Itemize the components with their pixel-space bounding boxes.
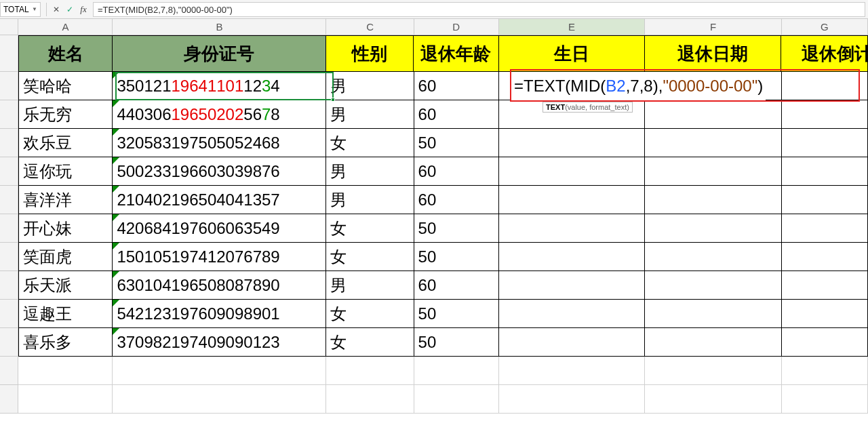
empty-cell[interactable] [645,385,782,414]
col-header-B[interactable]: B [113,19,326,35]
cell-gender[interactable]: 女 [326,328,414,357]
col-header-E[interactable]: E [499,19,645,35]
cell-birthday[interactable] [499,129,645,157]
cell-countdown[interactable] [782,157,868,186]
cell-age[interactable]: 60 [414,157,499,186]
cell-retire-date[interactable] [645,129,782,157]
cell-id[interactable]: 630104196508087890 [113,271,326,300]
cancel-icon[interactable]: ✕ [50,3,63,16]
header-id[interactable]: 身份证号 [113,35,326,72]
cell-name[interactable]: 欢乐豆 [18,129,113,157]
empty-cell[interactable] [414,357,499,385]
empty-cell[interactable] [326,385,414,414]
cell-birthday[interactable] [499,300,645,328]
cell-retire-date[interactable] [645,214,782,243]
row-header[interactable] [0,328,18,357]
empty-cell[interactable] [414,385,499,414]
cell-countdown[interactable] [782,129,868,157]
cell-name[interactable]: 乐天派 [18,271,113,300]
cell-name[interactable]: 喜洋洋 [18,186,113,214]
row-header[interactable] [0,35,18,72]
cell-id[interactable]: 420684197606063549 [113,214,326,243]
header-retire-age[interactable]: 退休年龄 [414,35,498,72]
cell-id[interactable]: 440306196502025678 [113,100,326,129]
header-name[interactable]: 姓名 [18,35,113,72]
cell-gender[interactable]: 男 [326,100,414,129]
cell-countdown[interactable] [782,271,868,300]
row-header[interactable] [0,243,18,271]
cell-id[interactable]: 320583197505052468 [113,129,326,157]
cell-age[interactable]: 60 [414,72,499,100]
cell-birthday[interactable] [499,214,645,243]
cell-id[interactable]: 210402196504041357 [113,186,326,214]
cell-age[interactable]: 50 [414,328,499,357]
empty-cell[interactable] [782,385,868,414]
cell-countdown[interactable] [782,186,868,214]
empty-cell[interactable] [113,385,326,414]
cell-id[interactable]: 370982197409090123 [113,328,326,357]
row-header[interactable] [0,385,18,414]
cell-name[interactable]: 笑哈哈 [18,72,113,100]
cell-age[interactable]: 50 [414,243,499,271]
header-retire-date[interactable]: 退休日期 [645,35,781,72]
cell-birthday[interactable] [499,157,645,186]
col-header-F[interactable]: F [645,19,782,35]
name-box[interactable]: TOTAL ▼ [0,2,41,17]
cell-birthday[interactable] [499,328,645,357]
cell-age[interactable]: 50 [414,214,499,243]
cell-countdown[interactable] [782,328,868,357]
row-header[interactable] [0,129,18,157]
row-header[interactable] [0,271,18,300]
cell-birthday[interactable] [499,186,645,214]
cell-name[interactable]: 逗趣王 [18,300,113,328]
header-birthday[interactable]: 生日 [499,35,645,72]
row-header[interactable] [0,214,18,243]
cell-id[interactable]: 350121196411011234 [113,72,326,100]
cell-retire-date[interactable] [645,328,782,357]
cell-name[interactable]: 喜乐多 [18,328,113,357]
formula-input[interactable]: =TEXT(MID(B2,7,8),"0000-00-00") [93,2,865,17]
cell-countdown[interactable] [782,243,868,271]
cell-countdown[interactable] [782,72,868,100]
cell-gender[interactable]: 女 [326,300,414,328]
cell-age[interactable]: 60 [414,271,499,300]
fill-handle[interactable] [331,98,335,102]
cell-gender[interactable]: 男 [326,271,414,300]
cell-countdown[interactable] [782,300,868,328]
empty-cell[interactable] [499,357,645,385]
empty-cell[interactable] [18,385,113,414]
cell-editor[interactable]: =TEXT(MID(B2,7,8),"0000-00-00") [511,72,766,100]
header-gender[interactable]: 性别 [326,35,414,72]
cell-countdown[interactable] [782,214,868,243]
cell-retire-date[interactable] [645,300,782,328]
col-header-C[interactable]: C [326,19,414,35]
empty-cell[interactable] [18,357,113,385]
row-header[interactable] [0,100,18,129]
cell-gender[interactable]: 男 [326,72,414,100]
cell-age[interactable]: 50 [414,300,499,328]
empty-cell[interactable] [499,385,645,414]
header-countdown[interactable]: 退休倒计 [781,35,868,72]
cell-name[interactable]: 笑面虎 [18,243,113,271]
cell-retire-date[interactable] [645,243,782,271]
row-header[interactable] [0,157,18,186]
cell-age[interactable]: 50 [414,129,499,157]
row-header[interactable] [0,300,18,328]
col-header-D[interactable]: D [414,19,499,35]
select-all-corner[interactable] [0,19,18,35]
cell-name[interactable]: 逗你玩 [18,157,113,186]
cell-birthday[interactable] [499,243,645,271]
cell-name[interactable]: 开心妹 [18,214,113,243]
cell-id[interactable]: 500233196603039876 [113,157,326,186]
cell-birthday[interactable] [499,271,645,300]
cell-age[interactable]: 60 [414,100,499,129]
chevron-down-icon[interactable]: ▼ [32,6,37,12]
cell-id[interactable]: 150105197412076789 [113,243,326,271]
cell-retire-date[interactable] [645,100,782,129]
cell-gender[interactable]: 女 [326,243,414,271]
cell-gender[interactable]: 男 [326,157,414,186]
row-header[interactable] [0,186,18,214]
empty-cell[interactable] [113,357,326,385]
cell-gender[interactable]: 男 [326,186,414,214]
cell-countdown[interactable] [782,100,868,129]
